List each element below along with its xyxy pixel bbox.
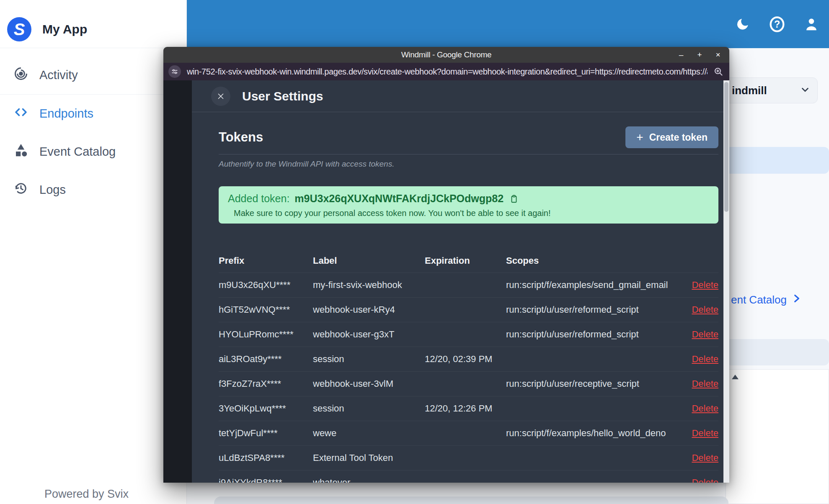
token-prefix: uLdBztSPA8**** [219, 453, 313, 463]
zoom-magnifier-icon[interactable] [713, 67, 723, 77]
svg-text:?: ? [774, 19, 780, 30]
tokens-section-subtitle: Authentify to the Windmill API with acce… [219, 159, 718, 169]
token-prefix: aiL3ROat9y**** [219, 354, 313, 365]
top-header: ? [187, 0, 829, 48]
dark-mode-moon-icon[interactable] [734, 16, 751, 33]
sidebar-item-event-catalog[interactable]: Event Catalog [0, 133, 186, 171]
column-header-prefix: Prefix [219, 255, 313, 266]
token-scopes: run:script/u/user/reformed_script [506, 304, 680, 315]
sidebar-item-label: Endpoints [39, 107, 93, 121]
plus-icon: + [636, 131, 643, 143]
token-prefix: f3FzoZ7raX**** [219, 378, 313, 389]
event-catalog-link-fragment[interactable]: ent Catalog [731, 293, 802, 307]
sidebar-item-activity[interactable]: Activity [0, 56, 186, 94]
minimize-button[interactable]: – [677, 50, 686, 59]
delete-token-link[interactable]: Delete [692, 304, 718, 315]
background-panel [726, 369, 829, 504]
create-token-button[interactable]: + Create token [625, 126, 718, 148]
window-titlebar[interactable]: Windmill - Google Chrome – + × [163, 47, 729, 63]
workspace-name-fragment: indmill [732, 84, 767, 97]
svix-logo-icon: S [7, 17, 31, 41]
token-prefix: 3YeOiKpLwq**** [219, 403, 313, 414]
user-icon[interactable] [803, 16, 820, 33]
column-header-scopes: Scopes [506, 255, 680, 266]
background-highlight-box [726, 339, 829, 365]
table-row: tetYjDwFul**** wewe run:script/f/example… [219, 421, 718, 445]
token-prefix: m9U3x26qXU**** [219, 280, 313, 291]
token-scopes: run:script/u/user/receptive_script [506, 378, 680, 389]
delete-token-link[interactable]: Delete [692, 378, 718, 389]
token-scopes: run:script/f/examples/send_gmail_email [506, 280, 680, 291]
sidebar: S My App Activity Endpoin [0, 0, 187, 504]
workspace-dropdown[interactable]: indmill [726, 77, 818, 103]
token-copy-note: Make sure to copy your personal access t… [234, 208, 709, 218]
chrome-window: Windmill - Google Chrome – + × win-752-f… [163, 47, 729, 483]
table-row: uLdBztSPA8**** External Tool Token Delet… [219, 445, 718, 470]
delete-token-link[interactable]: Delete [692, 428, 718, 438]
added-token-label: Added token: [228, 193, 289, 205]
token-prefix: hGiT52wVNQ**** [219, 304, 313, 315]
code-brackets-icon [13, 105, 28, 123]
sidebar-item-label: Activity [39, 68, 78, 82]
scrollbar-thumb[interactable] [724, 82, 728, 212]
address-input[interactable]: win-752-fix-svix-webhook-win.windmill.pa… [187, 67, 708, 77]
maximize-button[interactable]: + [695, 50, 704, 59]
token-label: session [313, 354, 425, 365]
create-token-label: Create token [649, 132, 708, 143]
added-token-value: m9U3x26qXUXqNWtFAKrdjJCkPOdwgp82 [294, 193, 504, 205]
token-prefix: HYOLuPRomc**** [219, 329, 313, 340]
added-token-banner: Added token: m9U3x26qXUXqNWtFAKrdjJCkPOd… [219, 186, 718, 224]
column-header-expiration: Expiration [425, 255, 506, 266]
delete-token-link[interactable]: Delete [692, 280, 718, 290]
chevron-down-icon [800, 84, 811, 97]
url-bar: win-752-fix-svix-webhook-win.windmill.pa… [163, 63, 729, 80]
token-prefix: i9AjXYkdR8**** [219, 477, 313, 483]
history-clock-icon [13, 181, 28, 199]
delete-token-link[interactable]: Delete [692, 354, 718, 364]
delete-token-link[interactable]: Delete [692, 453, 718, 463]
table-row: aiL3ROat9y**** session 12/20, 02:39 PM D… [219, 347, 718, 371]
token-scopes: run:script/f/examples/hello_world_deno [506, 428, 680, 439]
chevron-right-icon [791, 293, 802, 307]
table-row: HYOLuPRomc**** webhook-user-g3xT run:scr… [219, 322, 718, 347]
token-label: External Tool Token [313, 453, 425, 463]
user-settings-modal: User Settings Tokens + Create token Auth… [192, 80, 723, 483]
tokens-section-title: Tokens [219, 130, 263, 145]
scroll-up-arrow-icon[interactable] [732, 375, 739, 379]
help-icon[interactable]: ? [769, 16, 785, 33]
close-window-button[interactable]: × [713, 50, 723, 59]
sidebar-item-label: Event Catalog [39, 145, 116, 159]
table-row: 3YeOiKpLwq**** session 12/20, 12:26 PM D… [219, 396, 718, 421]
site-settings-icon[interactable] [168, 65, 181, 78]
table-row: i9AjXYkdR8**** whatever Delete [219, 470, 718, 483]
event-catalog-link-label: ent Catalog [731, 293, 787, 306]
background-card-edge [214, 496, 728, 504]
table-row: hGiT52wVNQ**** webhook-user-kRy4 run:scr… [219, 297, 718, 322]
close-modal-button[interactable] [211, 87, 230, 106]
app-brand[interactable]: S My App [0, 0, 186, 48]
app-name: My App [42, 22, 87, 36]
table-header-row: Prefix Label Expiration Scopes [219, 249, 718, 273]
token-label: webhook-user-g3xT [313, 329, 425, 340]
token-label: wewe [313, 428, 425, 439]
token-label: webhook-user-kRy4 [313, 304, 425, 315]
copy-clipboard-icon[interactable] [509, 194, 519, 203]
background-highlight-box [726, 147, 829, 174]
browser-viewport: User Settings Tokens + Create token Auth… [163, 80, 729, 483]
delete-token-link[interactable]: Delete [692, 329, 718, 339]
sidebar-item-endpoints[interactable]: Endpoints [0, 95, 186, 133]
modal-scrollbar[interactable] [723, 80, 729, 483]
sidebar-item-label: Logs [39, 183, 66, 197]
delete-token-link[interactable]: Delete [692, 403, 718, 414]
page-backdrop [163, 80, 192, 483]
table-row: m9U3x26qXU**** my-first-svix-webhook run… [219, 273, 718, 297]
table-row: f3FzoZ7raX**** webhook-user-3vlM run:scr… [219, 371, 718, 396]
token-label: session [313, 403, 425, 414]
sidebar-item-logs[interactable]: Logs [0, 171, 186, 209]
modal-title: User Settings [242, 89, 323, 103]
modal-header: User Settings [192, 80, 723, 112]
token-label: whatever [313, 477, 425, 483]
token-expiration: 12/20, 12:26 PM [425, 403, 506, 414]
shapes-icon [13, 143, 28, 161]
delete-token-link[interactable]: Delete [692, 477, 718, 483]
